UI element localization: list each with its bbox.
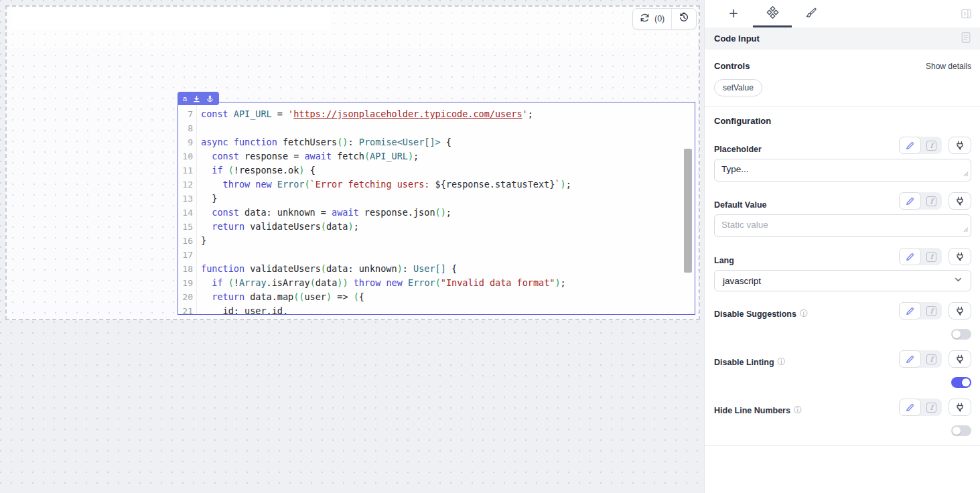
value-mode-segment: f [899, 399, 942, 416]
line-number: 7 [178, 107, 197, 121]
tab-component-styles[interactable] [792, 0, 831, 27]
value-mode-segment: f [899, 248, 942, 265]
refresh-button[interactable]: (0) [633, 9, 671, 29]
edit-mode-button[interactable] [899, 248, 921, 265]
field-label: Disable Linting ⓘ [714, 356, 786, 368]
bind-data-button[interactable] [949, 302, 971, 320]
default-value-input[interactable]: Static value [714, 214, 971, 237]
bind-data-button[interactable] [949, 192, 971, 210]
code-text [197, 121, 201, 135]
code-text [197, 248, 201, 262]
component-title: Code Input [714, 33, 961, 44]
pencil-icon [906, 253, 914, 261]
controls-heading: Controls [714, 61, 926, 71]
arrow-down-to-line-icon[interactable] [193, 95, 200, 102]
tab-component-properties[interactable] [753, 0, 792, 27]
fx-icon: f [926, 354, 936, 364]
info-icon[interactable]: ⓘ [778, 356, 786, 368]
code-line[interactable]: 7const API_URL = 'https://jsonplaceholde… [178, 107, 695, 121]
edit-mode-button[interactable] [899, 302, 921, 320]
code-text: const response = await fetch(API_URL); [197, 149, 419, 163]
disable-suggestions-toggle[interactable] [951, 329, 971, 340]
info-icon[interactable]: ⓘ [800, 308, 808, 320]
configuration-fields: Placeholder ⓘ f [714, 137, 971, 436]
field-label: Hide Line Numbers ⓘ [714, 405, 802, 416]
value-mode-segment: f [899, 302, 942, 320]
fx-mode-button[interactable]: f [921, 137, 942, 154]
fx-mode-button[interactable]: f [921, 350, 942, 368]
code-line[interactable]: 10 const response = await fetch(API_URL)… [178, 149, 695, 163]
fx-icon: f [926, 141, 936, 151]
fx-mode-button[interactable]: f [921, 302, 942, 320]
code-line[interactable]: 18function validateUsers(data: unknown):… [178, 262, 695, 276]
fx-mode-button[interactable]: f [921, 399, 942, 416]
code-input-widget[interactable]: 67const API_URL = 'https://jsonplacehold… [178, 102, 695, 315]
tab-add-components[interactable]: + [714, 0, 753, 27]
empty-widget-placeholder [12, 8, 330, 29]
code-line[interactable]: 21 id: user.id, [178, 304, 695, 315]
config-field-placeholder: Placeholder ⓘ f [714, 137, 971, 182]
control-method-setvalue[interactable]: setValue [714, 79, 762, 96]
config-field-default-value: Default Value ⓘ f [714, 192, 971, 237]
code-editor[interactable]: 67const API_URL = 'https://jsonplacehold… [178, 102, 695, 315]
line-number: 16 [178, 234, 197, 248]
resize-handle-icon[interactable] [963, 224, 969, 234]
bind-data-button[interactable] [949, 399, 971, 416]
code-line[interactable]: 20 return data.map((user) => ({ [178, 290, 695, 304]
history-button[interactable] [672, 9, 696, 29]
bind-data-button[interactable] [949, 248, 971, 265]
fx-icon: f [926, 196, 936, 206]
code-text: return validateUsers(data); [197, 220, 359, 234]
panel-body: Controls Show details setValue Configura… [705, 61, 980, 446]
code-line[interactable]: 12 throw new Error(`Error fetching users… [178, 178, 695, 192]
edit-mode-button[interactable] [899, 399, 921, 416]
hide-line-numbers-toggle[interactable] [951, 425, 971, 436]
code-line[interactable]: 14 const data: unknown = await response.… [178, 206, 695, 220]
anchor-icon[interactable] [206, 95, 214, 102]
code-line[interactable]: 15 return validateUsers(data); [178, 220, 695, 234]
line-number: 20 [178, 290, 197, 304]
code-line[interactable]: 11 if (!response.ok) { [178, 163, 695, 178]
edit-mode-button[interactable] [899, 137, 921, 154]
fx-mode-button[interactable]: f [921, 248, 942, 265]
bind-data-button[interactable] [949, 137, 971, 154]
code-line[interactable]: 17 [178, 248, 695, 262]
plug-icon [955, 141, 965, 150]
fx-mode-button[interactable]: f [921, 192, 942, 210]
bind-data-button[interactable] [949, 350, 971, 368]
edit-mode-button[interactable] [899, 192, 921, 210]
code-text: const data: unknown = await response.jso… [197, 206, 451, 220]
edit-mode-button[interactable] [899, 350, 921, 368]
pencil-icon [906, 355, 914, 364]
editor-canvas[interactable]: (0) a [0, 0, 704, 493]
config-field-hide-line-numbers: Hide Line Numbers ⓘ f [714, 399, 971, 436]
code-line[interactable]: 8 [178, 121, 695, 135]
resize-handle-icon[interactable] [963, 169, 969, 179]
plug-icon [955, 252, 965, 261]
placeholder-input[interactable]: Type... [714, 159, 971, 182]
line-number: 15 [178, 220, 197, 234]
editor-scrollbar[interactable] [684, 149, 692, 273]
refresh-icon [640, 13, 650, 25]
lang-select[interactable]: javascript [714, 270, 971, 291]
widget-name-chip[interactable]: a [178, 92, 219, 105]
line-number: 19 [178, 276, 197, 290]
fx-icon: f [926, 403, 936, 413]
code-line[interactable]: 6 [178, 102, 695, 107]
info-icon[interactable]: ⓘ [794, 405, 802, 416]
paintbrush-icon [805, 6, 818, 21]
config-field-disable-linting: Disable Linting ⓘ f [714, 350, 971, 388]
code-text: throw new Error(`Error fetching users: $… [197, 178, 571, 192]
code-line[interactable]: 19 if (!Array.isArray(data)) throw new E… [178, 276, 695, 290]
pencil-icon [906, 197, 914, 206]
code-line[interactable]: 9async function fetchUsers(): Promise<Us… [178, 135, 695, 149]
code-text: async function fetchUsers(): Promise<Use… [197, 135, 451, 149]
code-line[interactable]: 13 } [178, 192, 695, 206]
chevron-down-icon [954, 275, 963, 286]
disable-linting-toggle[interactable] [951, 377, 971, 388]
page-outline-icon[interactable] [961, 31, 971, 46]
code-line[interactable]: 16} [178, 234, 695, 248]
collapse-panel-icon[interactable] [961, 8, 972, 22]
section-divider [705, 106, 980, 107]
show-details-link[interactable]: Show details [926, 62, 971, 71]
